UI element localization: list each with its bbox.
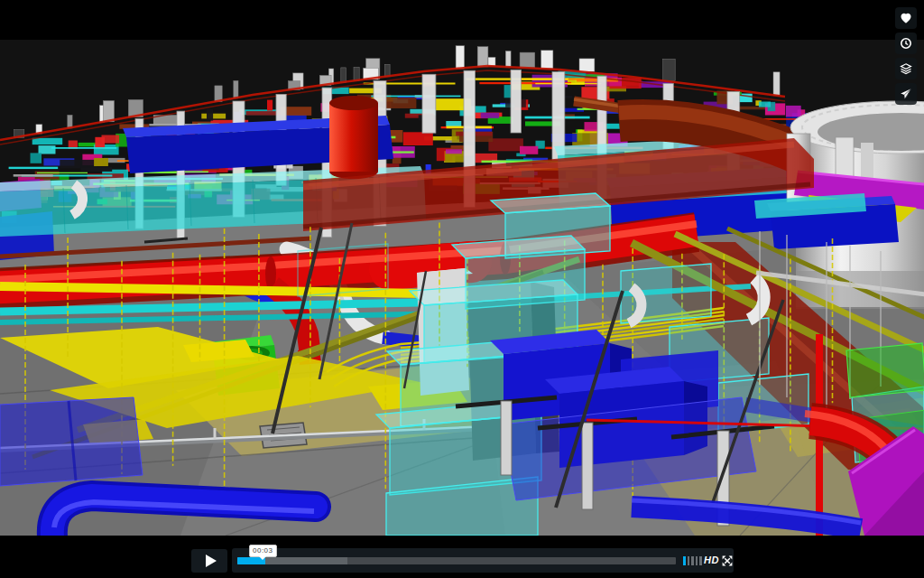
fullscreen-button[interactable] <box>722 555 733 566</box>
share-button[interactable] <box>895 83 917 105</box>
heart-icon <box>900 12 912 24</box>
time-tooltip: 00:03 <box>249 545 277 557</box>
hd-badge[interactable]: HD <box>704 555 719 565</box>
video-surface[interactable] <box>0 40 924 536</box>
watch-later-button[interactable] <box>895 33 917 54</box>
player-controls-bar: HD <box>232 548 734 573</box>
volume-bar <box>688 556 690 565</box>
like-button[interactable] <box>895 7 917 29</box>
paper-plane-icon <box>900 88 912 100</box>
clock-icon <box>900 37 912 50</box>
volume-bar <box>683 556 686 565</box>
volume-bar <box>691 556 694 565</box>
bim-model-scene <box>0 40 924 536</box>
volume-bar <box>696 556 698 565</box>
timeline-scrubber[interactable] <box>237 557 676 564</box>
play-button[interactable] <box>191 549 227 573</box>
collections-button[interactable] <box>895 58 917 79</box>
volume-control[interactable] <box>683 555 702 565</box>
volume-bar <box>699 556 702 565</box>
layers-icon <box>900 62 912 75</box>
video-player: HD 00:03 <box>0 0 924 578</box>
fullscreen-icon <box>722 555 733 566</box>
play-icon <box>206 555 217 567</box>
